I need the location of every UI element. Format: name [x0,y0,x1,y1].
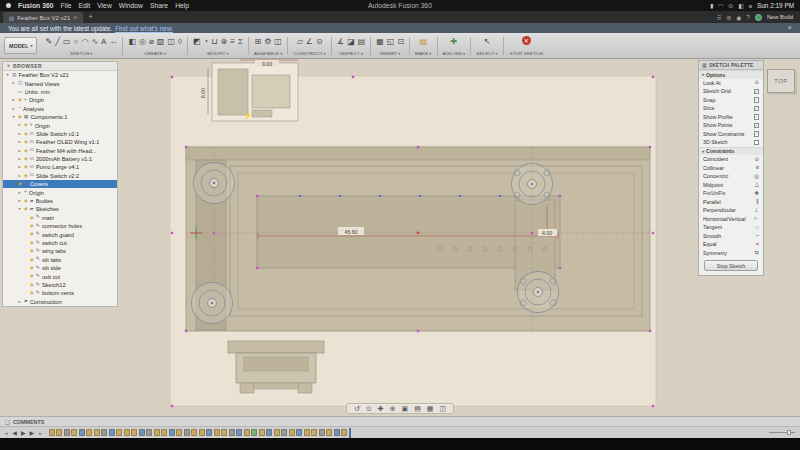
sketch-point[interactable] [649,146,651,148]
timeline-feature-10[interactable] [116,429,122,437]
offset-plane-icon[interactable]: ▱ [297,38,303,46]
sketch-palette-header[interactable]: ▥ SKETCH PALETTE [699,61,763,70]
timeline-feature-8[interactable] [101,429,107,437]
sketch-point[interactable] [213,232,215,234]
control-center-icon[interactable]: ◧ [738,3,743,9]
timeline-feature-23[interactable] [214,429,220,437]
decal-icon[interactable]: ◱ [387,38,395,46]
visibility-bulb-icon[interactable]: ◉ [30,266,34,270]
palette-constraint-concentric[interactable]: Concentric◎ [699,172,763,181]
viewports-icon[interactable]: ◫ [439,405,446,412]
browser-item-units-mm[interactable]: ▭Units: mm [3,88,117,96]
browser-item-switch-guard[interactable]: ◉✎switch guard [3,230,117,238]
palette-options-section[interactable]: ▾ Options [699,70,763,79]
visibility-bulb-icon[interactable]: ◉ [30,232,34,236]
palette-constraints-section[interactable]: ▾ Constraints [699,147,763,156]
new-tab-button[interactable]: + [88,13,93,21]
chevron-collapsed-icon[interactable]: ▸ [17,174,22,178]
chevron-collapsed-icon[interactable]: ▸ [11,98,16,102]
browser-item-slide-switch-v2-2[interactable]: ▸◉⊡Slide Switch v2:2 [3,172,117,180]
visibility-bulb-icon[interactable]: ◉ [24,199,28,203]
connector-bracket[interactable] [228,341,324,393]
browser-item-pomo-large-v4-1[interactable]: ▸◉⊡Pomo Large v4:1 [3,163,117,171]
timeline-feature-24[interactable] [221,429,227,437]
timeline-feature-35[interactable] [304,429,310,437]
visibility-bulb-icon[interactable]: ◉ [30,258,34,262]
timeline-feature-12[interactable] [131,429,137,437]
comments-bar[interactable]: ❑ COMMENTS [0,416,800,426]
visibility-bulb-icon[interactable]: ◉ [24,174,28,178]
switch-detail[interactable]: 9.00 6.00 ⚡ [200,60,298,121]
tab-close-icon[interactable]: × [73,14,77,21]
timeline-feature-3[interactable] [64,429,70,437]
sketch-point[interactable] [531,232,533,234]
scripts-addins-icon[interactable]: ✚ [451,38,458,46]
timeline-feature-30[interactable] [266,429,272,437]
visibility-bulb-icon[interactable]: ◉ [30,241,34,245]
go-to-end-icon[interactable]: » [38,430,41,436]
browser-item-origin[interactable]: ▸◉+Origin [3,121,117,129]
sketch-point[interactable] [559,267,561,269]
sketch-point[interactable] [652,405,654,407]
whats-new-link[interactable]: Find out what's new. [115,25,173,32]
play-icon[interactable]: ▶ [21,430,26,436]
timeline-feature-27[interactable] [244,429,250,437]
timeline-feature-4[interactable] [71,429,77,437]
chevron-expanded-icon[interactable]: ▾ [5,73,10,77]
browser-item-sketches[interactable]: ▾◉▰Sketches [3,205,117,213]
look-at-icon[interactable]: ⊙ [366,405,372,412]
chevron-collapsed-icon[interactable]: ▸ [17,132,22,136]
stop-sketch-palette-button[interactable]: Stop Sketch [704,260,758,271]
fillet-icon[interactable]: ◔ [203,38,208,46]
timeline-feature-17[interactable] [169,429,175,437]
visibility-bulb-icon[interactable]: ◉ [30,224,34,228]
notification-center-icon[interactable]: ≡ [749,3,752,9]
search-icon[interactable]: ⊙ [728,3,733,9]
step-back-icon[interactable]: ◀ [12,430,17,436]
sketch-point[interactable] [171,232,173,234]
menu-edit[interactable]: Edit [78,2,90,9]
browser-item-covers[interactable]: ▾◉⊡Covers [3,180,117,188]
line-icon[interactable]: ╱ [55,38,60,46]
workspace-selector[interactable]: MODEL ▾ [4,37,37,54]
browser-item-slit-side[interactable]: ◉✎slit side [3,264,117,272]
palette-constraint-coincident[interactable]: Coincident⊙ [699,155,763,164]
sketch-point[interactable] [171,76,173,78]
sketch-point[interactable] [185,146,187,148]
palette-constraint-midpoint[interactable]: Midpoint△ [699,181,763,190]
palette-constraint-equal[interactable]: Equal= [699,240,763,249]
timeline-feature-25[interactable] [229,429,235,437]
palette-constraint-collinear[interactable]: Collinear≡ [699,164,763,173]
checkbox-3d-sketch[interactable] [754,140,760,146]
checkbox-show-constraints[interactable]: ✓ [754,131,760,137]
view-cube-top-face[interactable]: TOP [767,69,795,93]
timeline-feature-31[interactable] [274,429,280,437]
checkbox-slice[interactable]: ✓ [754,106,760,112]
arc-icon[interactable]: ◠ [81,38,88,46]
timeline-feature-34[interactable] [296,429,302,437]
sketch-point[interactable] [352,76,354,78]
timeline-feature-6[interactable] [86,429,92,437]
visibility-bulb-icon[interactable]: ◉ [24,123,28,127]
visibility-bulb-icon[interactable]: ◉ [18,182,22,186]
chevron-down-icon[interactable]: ▾ [398,51,400,56]
chevron-collapsed-icon[interactable]: ▸ [17,123,22,127]
cylinder-icon[interactable]: ◫ [167,38,175,46]
sketch-text-icon[interactable]: A [101,38,106,46]
timeline-feature-21[interactable] [199,429,205,437]
combine-icon[interactable]: ⊕ [221,38,228,46]
sketch-dimension-icon[interactable]: ↔ [109,38,117,46]
plate-top-band[interactable] [186,147,650,160]
orbit-icon[interactable]: ↺ [354,405,360,412]
document-tab[interactable]: ▤ Feather Box V2 v21 × [3,12,83,23]
browser-item-named-views[interactable]: ▸◫Named Views [3,79,117,87]
sketch-point[interactable] [652,76,654,78]
chevron-collapsed-icon[interactable]: ▸ [17,199,22,203]
menu-file[interactable]: File [61,2,72,9]
browser-item-analysis[interactable]: ▸◔Analysis [3,105,117,113]
visibility-bulb-icon[interactable]: ◉ [30,291,34,295]
chevron-collapsed-icon[interactable]: ▸ [17,165,22,169]
measure-icon[interactable]: ∡ [337,38,344,46]
timeline-feature-2[interactable] [56,429,62,437]
zoom-icon[interactable]: ⊕ [390,405,396,412]
